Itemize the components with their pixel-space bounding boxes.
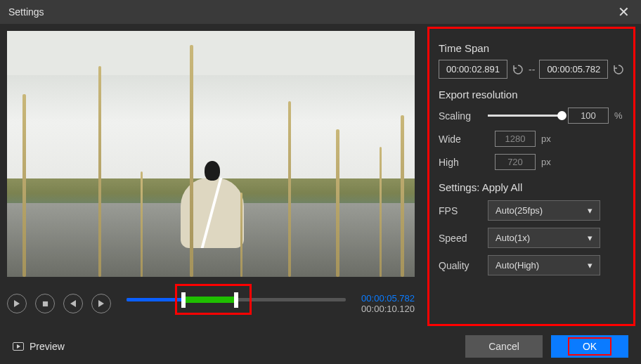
fps-dropdown[interactable]: Auto(25fps) ▾	[488, 200, 600, 221]
total-time: 00:00:10.120	[361, 304, 415, 314]
reset-start-icon[interactable]	[512, 63, 524, 76]
quality-dropdown-value: Auto(High)	[496, 260, 539, 271]
highlight-box-timeline	[175, 284, 252, 315]
cancel-button[interactable]: Cancel	[465, 335, 543, 358]
step-back-button[interactable]	[63, 294, 83, 313]
reset-end-icon[interactable]	[612, 63, 625, 76]
play-icon	[13, 300, 20, 307]
wide-value-input[interactable]: 1280	[495, 131, 536, 147]
titlebar: Settings ✕	[0, 0, 641, 24]
chevron-down-icon: ▾	[588, 233, 593, 243]
speed-label: Speed	[439, 233, 482, 244]
video-preview	[7, 31, 415, 277]
apply-all-title: Settings: Apply All	[439, 181, 628, 193]
preview-button[interactable]: Preview	[13, 341, 65, 352]
preview-label: Preview	[30, 341, 65, 352]
step-forward-button[interactable]	[91, 294, 111, 313]
scaling-value-input[interactable]: 100	[568, 108, 609, 124]
timespan-separator: --	[529, 64, 535, 75]
scaling-unit: %	[614, 110, 628, 121]
fps-label: FPS	[439, 205, 482, 216]
timespan-start-input[interactable]: 00:00:02.891	[439, 60, 507, 79]
wide-label: Wide	[439, 134, 482, 145]
high-value-input[interactable]: 720	[495, 154, 536, 170]
speed-dropdown-value: Auto(1x)	[496, 233, 530, 243]
step-back-icon	[70, 300, 77, 307]
playback-times: 00:00:05.782 00:00:10.120	[361, 293, 415, 314]
high-unit: px	[541, 157, 555, 167]
preview-column: 00:00:05.782 00:00:10.120	[7, 31, 429, 322]
stop-button[interactable]	[35, 294, 55, 313]
scaling-slider-thumb[interactable]	[557, 111, 566, 120]
ok-button[interactable]: OK	[551, 335, 628, 358]
chevron-down-icon: ▾	[588, 260, 593, 271]
step-forward-icon	[98, 300, 105, 307]
window-title: Settings	[8, 6, 44, 18]
quality-label: Quality	[439, 260, 482, 271]
fps-dropdown-value: Auto(25fps)	[496, 205, 543, 216]
resolution-title: Export resolution	[439, 89, 628, 100]
stop-icon	[42, 301, 48, 307]
wide-unit: px	[541, 134, 555, 144]
playback-controls: 00:00:05.782 00:00:10.120	[7, 290, 415, 318]
scaling-slider[interactable]	[488, 115, 562, 117]
settings-panel: Time Span 00:00:02.891 -- 00:00:05.782 E…	[429, 31, 634, 322]
current-time: 00:00:05.782	[361, 293, 415, 304]
quality-dropdown[interactable]: Auto(High) ▾	[488, 255, 600, 275]
timeline[interactable]	[127, 290, 346, 318]
timespan-end-input[interactable]: 00:00:05.782	[539, 60, 608, 79]
play-button[interactable]	[7, 294, 27, 313]
timespan-title: Time Span	[439, 42, 628, 54]
close-icon[interactable]: ✕	[615, 4, 633, 20]
preview-icon	[13, 342, 24, 351]
footer: Preview Cancel OK	[0, 329, 641, 364]
speed-dropdown[interactable]: Auto(1x) ▾	[488, 228, 600, 248]
high-label: High	[439, 157, 482, 168]
scaling-label: Scaling	[439, 110, 482, 122]
svg-rect-0	[42, 301, 47, 306]
chevron-down-icon: ▾	[588, 205, 593, 216]
